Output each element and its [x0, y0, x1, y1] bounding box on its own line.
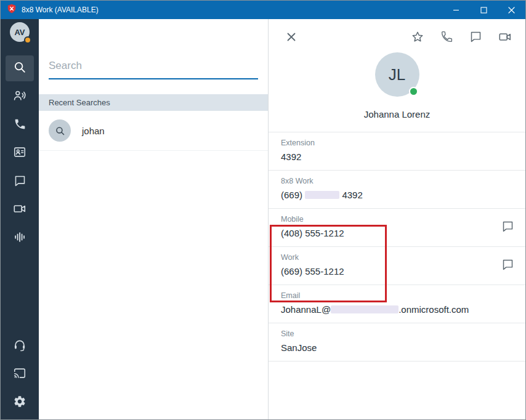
user-avatar-initials: AV — [14, 28, 25, 37]
field-row-8x8-work: 8x8 Work (669) 4392 — [269, 171, 525, 209]
sidebar-item-search[interactable] — [6, 55, 34, 81]
presence-available-badge — [409, 87, 418, 96]
search-icon — [13, 60, 26, 76]
email-suffix: .onmicrosoft.com — [399, 304, 469, 315]
minimize-icon — [453, 7, 459, 14]
sidebar-item-audio-device[interactable] — [6, 333, 34, 359]
video-camera-icon — [13, 202, 26, 218]
search-icon — [55, 126, 65, 136]
titlebar-left: 8x8 Work (AVAILABLE) — [7, 4, 99, 16]
sidebar-item-meetings[interactable] — [6, 197, 34, 223]
field-row-site: Site SanJose — [269, 323, 525, 361]
star-icon — [411, 30, 424, 44]
contact-profile: JL Johanna Lorenz — [269, 52, 525, 119]
field-label: Mobile — [281, 215, 513, 224]
sidebar-item-messages[interactable] — [6, 169, 34, 195]
cast-icon — [13, 366, 26, 382]
search-box — [49, 56, 258, 79]
sidebar-item-analytics[interactable] — [6, 225, 34, 251]
field-row-email: Email JohannaL@.onmicrosoft.com — [269, 285, 525, 323]
maximize-button[interactable] — [470, 1, 498, 19]
video-call-button[interactable] — [498, 30, 512, 44]
field-row-mobile: Mobile (408) 555-1212 — [269, 209, 525, 247]
user-avatar[interactable]: AV — [10, 22, 30, 42]
sidebar-item-contacts[interactable] — [6, 84, 34, 110]
favorite-button[interactable] — [411, 30, 424, 44]
field-label: Work — [281, 253, 513, 262]
call-button[interactable] — [440, 30, 453, 44]
redacted-block — [305, 191, 339, 199]
app-window: 8x8 Work (AVAILABLE) AV — [0, 0, 526, 420]
field-label: Extension — [281, 139, 513, 147]
recent-search-text: johan — [82, 126, 105, 136]
field-row-extension: Extension 4392 — [269, 132, 525, 171]
field-row-work: Work (669) 555-1212 — [269, 247, 525, 285]
user-presence-away-badge — [24, 36, 31, 44]
maximize-icon — [480, 7, 487, 14]
close-detail-button[interactable] — [285, 30, 298, 44]
contact-avatar-initials: JL — [389, 65, 405, 84]
nav-sidebar: AV — [1, 19, 39, 419]
app-body: AV — [1, 19, 525, 419]
field-value: (669) 555-1212 — [281, 266, 513, 277]
field-value: JohannaL@.onmicrosoft.com — [281, 304, 513, 315]
contact-detail-panel: JL Johanna Lorenz Extension 4392 8x8 Wor… — [269, 19, 525, 419]
close-window-button[interactable] — [498, 1, 525, 19]
redacted-block — [331, 305, 399, 313]
phone-prefix: (669) — [281, 190, 302, 200]
window-title: 8x8 Work (AVAILABLE) — [22, 6, 99, 14]
sidebar-item-settings[interactable] — [6, 390, 34, 416]
chat-icon — [469, 30, 482, 43]
settings-gear-icon — [13, 395, 26, 411]
close-icon — [285, 30, 298, 44]
phone-icon — [14, 118, 26, 133]
message-button[interactable] — [469, 30, 482, 44]
chat-icon — [501, 220, 514, 233]
video-camera-icon — [498, 30, 512, 44]
chat-icon — [14, 174, 26, 190]
recent-searches-header: Recent Searches — [39, 94, 268, 111]
sidebar-item-screen-share[interactable] — [6, 361, 34, 387]
minimize-button[interactable] — [442, 1, 470, 19]
chat-icon — [501, 258, 514, 271]
recent-search-avatar — [49, 119, 71, 142]
message-work-button[interactable] — [501, 258, 514, 271]
email-prefix: JohannaL@ — [281, 304, 331, 315]
search-input[interactable] — [49, 56, 258, 78]
detail-actions — [411, 30, 512, 44]
field-value: SanJose — [281, 342, 513, 353]
sidebar-item-calls[interactable] — [6, 112, 34, 138]
field-value: (408) 555-1212 — [281, 228, 513, 238]
phone-icon — [440, 30, 453, 43]
field-label: Email — [281, 291, 513, 300]
sidebar-item-contact-card[interactable] — [6, 140, 34, 166]
app-logo-icon — [7, 4, 17, 16]
headset-icon — [13, 338, 26, 354]
window-controls — [442, 1, 525, 19]
contact-card-icon — [13, 145, 26, 161]
titlebar[interactable]: 8x8 Work (AVAILABLE) — [1, 1, 525, 19]
search-panel: Recent Searches johan — [39, 19, 269, 419]
contact-name: Johanna Lorenz — [364, 109, 431, 119]
contact-avatar: JL — [375, 52, 419, 97]
contact-fields: Extension 4392 8x8 Work (669) 4392 Mobil… — [269, 132, 525, 361]
close-icon — [508, 7, 515, 14]
sidebar-bottom-group — [6, 331, 34, 419]
equalizer-bars-icon — [13, 230, 26, 246]
person-waves-icon — [13, 89, 26, 105]
message-mobile-button[interactable] — [501, 220, 514, 233]
field-label: 8x8 Work — [281, 177, 513, 185]
field-value: 4392 — [281, 151, 513, 162]
recent-search-item[interactable]: johan — [39, 111, 268, 151]
phone-suffix: 4392 — [342, 190, 362, 200]
detail-header — [269, 19, 525, 44]
field-value: (669) 4392 — [281, 190, 513, 200]
field-label: Site — [281, 329, 513, 338]
